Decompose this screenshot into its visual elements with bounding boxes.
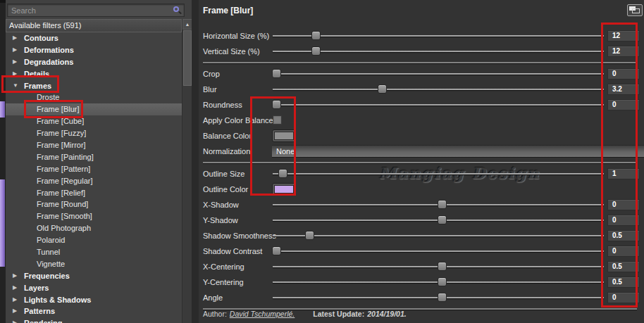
slider-track[interactable] (273, 204, 604, 205)
sidebar-item-frame-blur[interactable]: Frame [Blur] (6, 103, 182, 115)
slider-track[interactable] (273, 266, 604, 267)
slider-handle[interactable] (311, 31, 321, 40)
sidebar-item-frequencies[interactable]: ▶Frequencies (6, 270, 182, 282)
sidebar-item-frame-relief[interactable]: Frame [Relief] (6, 187, 182, 199)
background-purple-strip (0, 179, 5, 267)
update-value: 2014/19/01. (367, 310, 406, 318)
slider-handle[interactable] (438, 262, 447, 271)
author-link[interactable]: David Tschumperlé. (230, 310, 295, 318)
slider-handle[interactable] (438, 215, 447, 224)
value-field[interactable]: 0.5 (607, 277, 640, 288)
slider-handle[interactable] (438, 277, 447, 286)
slider-track[interactable] (273, 220, 604, 221)
slider-track[interactable] (273, 89, 604, 90)
parameter-row-shadow-smoothness: Shadow Smoothness0.5 (199, 228, 644, 243)
sidebar-item-label: Frame [Round] (37, 198, 88, 210)
sidebar-item-frames[interactable]: ▼Frames (6, 80, 182, 92)
chevron-right-icon[interactable]: ▶ (13, 270, 17, 282)
slider-handle[interactable] (278, 169, 287, 178)
chevron-right-icon[interactable]: ▶ (13, 294, 17, 306)
filter-list-scrollbar[interactable]: ▲ (182, 19, 192, 323)
sidebar-item-frame-mirror[interactable]: Frame [Mirror] (6, 139, 182, 151)
parameter-label: Outline Size (203, 170, 244, 178)
slider-track[interactable] (273, 51, 604, 52)
slider-handle[interactable] (378, 84, 387, 94)
sidebar-item-frame-round[interactable]: Frame [Round] (6, 198, 182, 210)
search-input[interactable]: Search (7, 4, 185, 17)
scrollbar-up-button[interactable]: ▲ (182, 19, 192, 30)
slider-handle[interactable] (272, 246, 281, 255)
chevron-right-icon[interactable]: ▶ (13, 68, 17, 80)
slider-track[interactable] (273, 173, 604, 175)
value-field[interactable]: 3.2 (607, 84, 640, 95)
background-purple-strip (0, 101, 5, 118)
search-icon[interactable] (172, 6, 182, 15)
checkbox[interactable] (273, 115, 282, 125)
sidebar-item-label: Frames (24, 80, 51, 92)
chevron-right-icon[interactable]: ▶ (13, 32, 17, 44)
slider-track[interactable] (273, 35, 604, 37)
slider-handle[interactable] (438, 200, 447, 209)
slider-track[interactable] (273, 281, 604, 283)
scrollbar-thumb[interactable] (183, 30, 192, 86)
parameter-row-horizontal-size: Horizontal Size (%)12 (199, 28, 644, 44)
slider-track[interactable] (273, 297, 604, 298)
chevron-down-icon[interactable]: ▼ (13, 80, 18, 92)
chevron-right-icon[interactable]: ▶ (13, 317, 17, 323)
value-field[interactable]: 0.5 (607, 261, 640, 272)
value-field[interactable]: 1 (607, 168, 640, 179)
sidebar-item-frame-painting[interactable]: Frame [Painting] (6, 151, 182, 163)
sidebar-item-frame-regular[interactable]: Frame [Regular] (6, 175, 182, 187)
slider-track[interactable] (273, 73, 604, 75)
chevron-right-icon[interactable]: ▶ (13, 305, 17, 317)
chevron-right-icon[interactable]: ▶ (13, 282, 17, 294)
sidebar-item-label: Tunnel (37, 246, 60, 258)
chevron-right-icon[interactable]: ▶ (13, 44, 17, 56)
value-field[interactable]: 12 (607, 30, 640, 42)
value-field[interactable]: 12 (607, 46, 640, 57)
parameter-row-x-centering: X-Centering0.5 (199, 259, 644, 274)
parameter-label: Balance Color (203, 132, 252, 140)
sidebar-item-details[interactable]: ▶Details (6, 68, 182, 80)
sidebar-item-frame-cube[interactable]: Frame [Cube] (6, 115, 182, 127)
sidebar-item-label: Frame [Mirror] (37, 139, 86, 151)
value-field[interactable]: 0 (607, 246, 640, 257)
sidebar-item-rendering[interactable]: ▶Rendering (6, 317, 182, 323)
sidebar-item-lights-shadows[interactable]: ▶Lights & Shadows (6, 294, 182, 306)
slider-track[interactable] (273, 251, 604, 252)
value-field[interactable]: 0 (607, 215, 640, 226)
slider-handle[interactable] (305, 231, 314, 240)
sidebar-item-frame-fuzzy[interactable]: Frame [Fuzzy] (6, 127, 182, 139)
slider-handle[interactable] (311, 46, 321, 56)
sidebar-item-label: Frame [Smooth] (37, 210, 92, 222)
value-field[interactable]: 0.5 (607, 230, 640, 241)
slider-track[interactable] (273, 235, 604, 236)
sidebar-item-frame-pattern[interactable]: Frame [Pattern] (6, 163, 182, 175)
sidebar-item-frame-smooth[interactable]: Frame [Smooth] (6, 210, 182, 222)
sidebar-item-patterns[interactable]: ▶Patterns (6, 305, 182, 317)
value-field[interactable]: 0 (607, 292, 640, 303)
sidebar-item-contours[interactable]: ▶Contours (6, 32, 182, 44)
value-field[interactable]: 0 (607, 99, 640, 110)
sidebar-item-vignette[interactable]: Vignette (6, 258, 182, 270)
value-field[interactable]: 0 (607, 68, 640, 80)
sidebar-item-tunnel[interactable]: Tunnel (6, 246, 182, 258)
sidebar-item-layers[interactable]: ▶Layers (6, 282, 182, 294)
slider-handle[interactable] (438, 293, 447, 302)
dropdown-select[interactable]: None (272, 145, 644, 158)
sidebar-item-deformations[interactable]: ▶Deformations (6, 44, 182, 56)
parameter-row-x-shadow: X-Shadow0 (199, 197, 644, 213)
parameter-row-outline-size: Outline Size1 (199, 166, 644, 182)
sidebar-item-droste[interactable]: Droste (6, 91, 182, 103)
sidebar-item-old-photograph[interactable]: Old Photograph (6, 222, 182, 234)
chevron-right-icon[interactable]: ▶ (13, 56, 17, 68)
slider-handle[interactable] (272, 100, 281, 109)
search-placeholder: Search (11, 6, 36, 15)
sidebar-item-polaroid[interactable]: Polaroid (6, 234, 182, 246)
sidebar-item-degradations[interactable]: ▶Degradations (6, 56, 182, 68)
slider-track[interactable] (273, 104, 604, 106)
color-picker-button[interactable] (272, 183, 296, 196)
value-field[interactable]: 0 (607, 199, 640, 210)
slider-handle[interactable] (272, 69, 281, 78)
color-picker-button[interactable] (272, 129, 296, 142)
